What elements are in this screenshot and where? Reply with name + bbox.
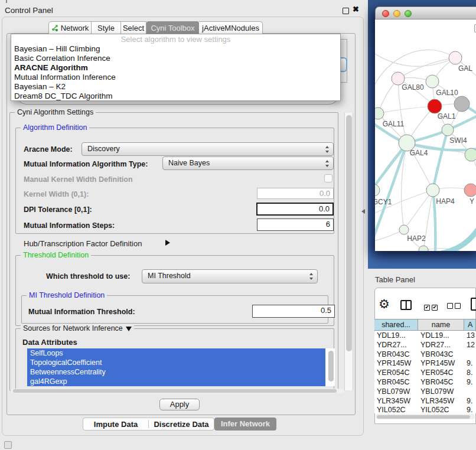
mi-steps-field[interactable]: 6 — [257, 219, 334, 231]
kernel-width-field[interactable]: 0.0 — [257, 188, 334, 199]
network-node[interactable] — [419, 246, 428, 251]
tab-select[interactable]: Select — [121, 21, 146, 34]
network-view-window[interactable]: GALGAL80GAL10GAL1GAL11SWI4GAL4GCY1HAP4YH… — [375, 6, 476, 251]
dpi-tolerance-field[interactable]: 0.0 — [256, 203, 334, 216]
network-node[interactable] — [442, 124, 454, 136]
table-row[interactable]: YIL052C YIL052C 9. — [374, 406, 476, 413]
float-window-icon[interactable] — [343, 8, 349, 14]
gear-icon[interactable]: ⚙ — [379, 297, 390, 311]
manual-kernel-width-checkbox[interactable] — [324, 174, 332, 182]
network-edge[interactable] — [378, 106, 435, 113]
mi-algorithm-type-value: Naive Bayes — [168, 159, 210, 167]
network-node[interactable] — [428, 99, 442, 113]
table-row[interactable]: YDL19... YDL19... 13 — [374, 331, 476, 341]
which-threshold-value: MI Threshold — [148, 272, 191, 280]
minimized-panel-icon[interactable] — [4, 441, 12, 449]
close-traffic-light[interactable] — [382, 10, 389, 17]
settings-group-title: Cyni Algorithm Settings — [15, 108, 96, 116]
close-icon[interactable]: ✖ — [353, 5, 359, 14]
zoom-traffic-light[interactable] — [405, 10, 412, 17]
dropdown-item[interactable]: Mutual Information Inference — [11, 73, 340, 82]
tab-discretize-data[interactable]: Discretize Data — [149, 418, 214, 430]
table-row[interactable]: YBR045C YBR045C 9. — [374, 378, 476, 387]
dropdown-item[interactable]: Basic Correlation Inference — [11, 54, 340, 63]
mi-threshold-definition-title: MI Threshold Definition — [27, 291, 107, 299]
apply-button[interactable]: Apply — [159, 399, 200, 410]
tab-impute-data[interactable]: Impute Data — [83, 418, 148, 430]
cell-name: YIL052C — [418, 406, 464, 413]
hide-columns-icon[interactable] — [447, 302, 462, 311]
tab-network[interactable]: Network — [48, 21, 92, 34]
attribute-list-item[interactable]: SelfLoops — [27, 348, 325, 358]
settings-scrollbar-thumb[interactable] — [346, 115, 352, 351]
network-edge[interactable] — [433, 190, 435, 251]
network-node[interactable] — [399, 225, 409, 234]
settings-horizontal-scrollbar[interactable] — [11, 389, 344, 393]
show-checked-columns-icon[interactable]: ✔✔ — [424, 302, 439, 311]
network-node[interactable] — [454, 96, 470, 112]
table-body[interactable]: YDL19... YDL19... 13 YDR27... YDR27... 1… — [374, 331, 476, 413]
network-canvas-container[interactable]: GALGAL80GAL10GAL1GAL11SWI4GAL4GCY1HAP4YH… — [375, 19, 476, 251]
which-threshold-combobox[interactable]: MI Threshold — [142, 269, 318, 283]
network-node[interactable] — [375, 107, 384, 119]
column-layout-icon[interactable] — [400, 300, 412, 310]
attribute-list-item[interactable]: TopologicalCoefficient — [27, 358, 325, 367]
column-header-name[interactable]: name — [418, 319, 464, 330]
tab-infer-network[interactable]: Infer Network — [214, 418, 276, 431]
dropdown-item[interactable]: Dream8 DC_TDC Algorithm — [11, 92, 340, 101]
attribute-list-item[interactable]: gal4RGexp — [27, 377, 325, 386]
minimize-traffic-light[interactable] — [393, 10, 400, 17]
aracne-mode-combobox[interactable]: Discovery — [81, 142, 334, 156]
network-canvas[interactable]: GALGAL80GAL10GAL1GAL11SWI4GAL4GCY1HAP4YH… — [375, 19, 476, 251]
network-node[interactable] — [465, 148, 476, 161]
mi-threshold-field[interactable]: 0.5 — [252, 305, 335, 318]
table-hscrollbar-thumb[interactable] — [377, 415, 470, 419]
application-root: Control Panel ✖ Network Style Select Cyn… — [0, 0, 476, 450]
data-attributes-list[interactable]: SelfLoopsTopologicalCoefficientBetweenne… — [27, 348, 335, 386]
column-header-shared-name[interactable]: shared... — [374, 319, 418, 330]
mi-algorithm-type-combobox[interactable]: Naive Bayes — [162, 156, 334, 170]
cell-value: 9. — [464, 378, 476, 387]
network-node[interactable] — [375, 184, 380, 196]
network-node[interactable] — [426, 75, 439, 88]
attribute-list-scrollbar-thumb[interactable] — [328, 351, 334, 381]
network-edge[interactable] — [441, 230, 476, 251]
table-row[interactable]: YER054C YER054C 8. — [374, 369, 476, 378]
network-window-titlebar[interactable] — [375, 6, 476, 19]
dropdown-item[interactable]: ARACNE Algorithm — [11, 63, 340, 73]
column-header-partial[interactable]: A — [464, 319, 476, 330]
dropdown-item[interactable]: Bayesian – K2 — [11, 82, 340, 92]
network-edge[interactable] — [375, 52, 455, 66]
threshold-definition-title: Threshold Definition — [21, 251, 91, 259]
cell-name: YBR043C — [418, 350, 464, 360]
dpi-tolerance-label: DPI Tolerance [0,1]: — [24, 206, 92, 214]
collapse-arrow-icon[interactable] — [126, 327, 132, 331]
network-edge[interactable] — [433, 130, 448, 190]
dropdown-item[interactable]: Bayesian – Hill Climbing — [11, 44, 340, 54]
expand-arrow-icon[interactable] — [165, 240, 170, 246]
table-row[interactable]: YBR043C YBR043C — [374, 350, 476, 360]
table-row[interactable]: YPR145W YPR145W 9. — [374, 359, 476, 369]
settings-vertical-scrollbar[interactable] — [344, 113, 353, 390]
attribute-list-item[interactable]: BetweennessCentrality — [27, 367, 325, 377]
splitter-collapse-arrow-icon[interactable] — [361, 209, 365, 214]
cell-shared-name: YER054C — [374, 369, 418, 378]
network-node[interactable] — [464, 184, 476, 197]
tab-cyni-toolbox[interactable]: Cyni Toolbox — [146, 21, 199, 34]
network-edge[interactable] — [404, 190, 433, 230]
table-row[interactable]: YBL079W YBL079W — [374, 387, 476, 397]
dropdown-prompt: Select algorithm to view settings — [11, 34, 340, 44]
settings-hscrollbar-thumb[interactable] — [13, 389, 337, 393]
dropdown-item-list: Bayesian – Hill ClimbingBasic Correlatio… — [11, 44, 340, 102]
network-node[interactable] — [426, 184, 439, 197]
cell-value: 13 — [464, 331, 476, 341]
network-node[interactable] — [449, 51, 462, 64]
table-row[interactable]: YDR27... YDR27... 12 — [374, 341, 476, 350]
tab-style[interactable]: Style — [92, 21, 121, 34]
network-node-label: HAP4 — [436, 197, 455, 206]
table-row[interactable]: YLR345W YLR345W 9. — [374, 397, 476, 406]
table-horizontal-scrollbar[interactable] — [376, 414, 475, 419]
network-node-label: GCY1 — [375, 198, 392, 206]
tab-jactivemnodules[interactable]: jActiveMNodules — [199, 21, 263, 34]
export-table-icon[interactable] — [471, 298, 476, 311]
